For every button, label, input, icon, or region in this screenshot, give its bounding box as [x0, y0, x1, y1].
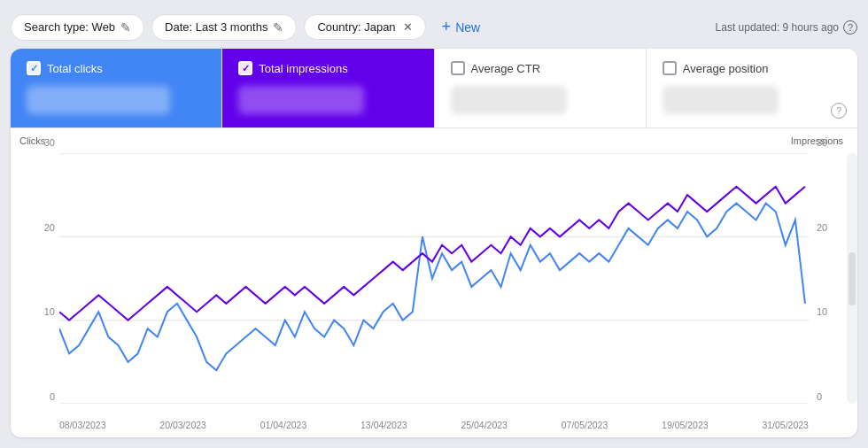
- checkmark-icon: ✓: [30, 63, 38, 74]
- tab-data-visual: [451, 86, 567, 114]
- tab-checkbox-ctr[interactable]: [451, 61, 465, 75]
- main-card: ✓ Total clicks ✓ Total impressions Avera…: [11, 49, 857, 437]
- y-label: 20: [44, 222, 55, 233]
- new-label: New: [455, 20, 480, 35]
- country-chip[interactable]: Country: Japan ✕: [304, 14, 425, 40]
- x-label-0: 08/03/2023: [59, 420, 106, 430]
- tab-total-impressions[interactable]: ✓ Total impressions: [222, 49, 434, 127]
- plus-icon: +: [442, 18, 452, 36]
- tab-average-ctr[interactable]: Average CTR: [435, 49, 647, 127]
- x-labels: 08/03/2023 20/03/2023 01/04/2023 13/04/2…: [59, 420, 809, 430]
- x-label-6: 19/05/2023: [662, 420, 709, 430]
- y-labels-right: 30 20 10 0: [817, 137, 843, 402]
- y-label: 0: [817, 391, 822, 402]
- help-icon[interactable]: ?: [843, 20, 857, 35]
- date-chip[interactable]: Date: Last 3 months ✎: [151, 14, 297, 41]
- tab-label: Average CTR: [471, 62, 541, 75]
- tab-data-visual: [663, 86, 779, 114]
- tab-label: Total clicks: [47, 62, 103, 75]
- x-label-7: 31/05/2023: [762, 420, 809, 430]
- chip-label: Date: Last 3 months: [165, 20, 267, 34]
- tab-average-position[interactable]: Average position ?: [647, 49, 857, 127]
- edit-icon: ✎: [120, 20, 131, 35]
- x-label-2: 01/04/2023: [260, 420, 307, 430]
- tab-checkbox-impressions[interactable]: ✓: [238, 61, 252, 75]
- last-updated-text: Last updated: 9 hours ago: [716, 21, 839, 34]
- edit-icon: ✎: [273, 20, 283, 35]
- y-label: 10: [44, 306, 55, 317]
- tab-label: Total impressions: [259, 62, 347, 75]
- tab-label: Average position: [683, 62, 769, 75]
- tab-total-clicks[interactable]: ✓ Total clicks: [11, 49, 222, 127]
- x-label-1: 20/03/2023: [159, 420, 206, 430]
- chart-svg: [59, 153, 809, 404]
- new-button[interactable]: + New: [433, 12, 490, 42]
- chip-label: Country: Japan: [317, 20, 395, 34]
- tab-data-visual: [238, 86, 364, 114]
- chart-container: Clicks Impressions 30 20 10 0 30 20 10 0: [11, 128, 857, 437]
- search-type-chip[interactable]: Search type: Web ✎: [11, 14, 144, 41]
- y-label: 0: [50, 391, 55, 402]
- metric-tabs: ✓ Total clicks ✓ Total impressions Avera…: [11, 49, 857, 128]
- checkmark-icon: ✓: [242, 63, 250, 74]
- chip-label: Search type: Web: [24, 20, 115, 34]
- last-updated: Last updated: 9 hours ago ?: [716, 20, 857, 35]
- y-label: 10: [817, 306, 827, 317]
- scrollbar[interactable]: [847, 153, 857, 404]
- y-labels-left: 30 20 10 0: [19, 137, 55, 402]
- question-icon[interactable]: ?: [831, 103, 847, 119]
- scroll-thumb: [849, 252, 856, 305]
- y-label: 20: [817, 222, 827, 233]
- x-label-4: 25/04/2023: [461, 420, 508, 430]
- tab-checkbox-clicks[interactable]: ✓: [27, 61, 41, 75]
- x-label-3: 13/04/2023: [360, 420, 407, 430]
- filter-bar: Search type: Web ✎ Date: Last 3 months ✎…: [11, 7, 857, 49]
- close-icon[interactable]: ✕: [403, 20, 413, 34]
- x-label-5: 07/05/2023: [562, 420, 608, 430]
- tab-data-visual: [27, 86, 170, 114]
- tab-checkbox-position[interactable]: [663, 61, 677, 75]
- y-label: 30: [44, 137, 55, 148]
- y-label: 30: [817, 137, 827, 148]
